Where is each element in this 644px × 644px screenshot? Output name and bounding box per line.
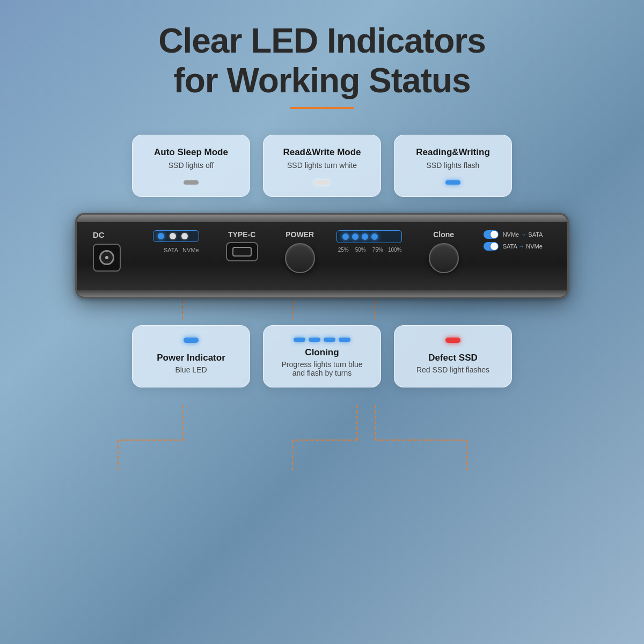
device: DC SATA — [75, 213, 569, 298]
dc-port-dot — [105, 256, 108, 259]
bottom-cards-container: Power Indicator Blue LED Cloning Progres… — [132, 325, 512, 387]
progress-led-100 — [371, 233, 378, 240]
defect-ssd-desc: Red SSD light flashes — [407, 365, 499, 374]
card-auto-sleep-desc: SSD lights off — [145, 161, 237, 170]
vent-5 — [284, 284, 289, 287]
clone-mode-1-text: NVMe → SATA — [503, 231, 543, 238]
sata-nvme-labels: SATA NVMe — [153, 247, 199, 253]
vent-11 — [323, 284, 327, 287]
vent-12 — [330, 284, 334, 287]
dc-port-inner — [99, 250, 114, 265]
vent-20 — [381, 284, 385, 287]
dc-port — [93, 244, 121, 272]
card-cloning: Cloning Progress lights turn blue and fl… — [263, 325, 381, 387]
toggle-knob-1 — [491, 231, 498, 238]
typec-inner — [232, 247, 252, 257]
device-bottom-edge — [77, 290, 567, 297]
vent-18 — [368, 284, 372, 287]
vent-9 — [310, 284, 314, 287]
vent-7 — [297, 284, 302, 287]
clone-led-2 — [309, 338, 320, 342]
dc-section: DC — [93, 230, 121, 272]
progress-led-25 — [342, 233, 349, 240]
defect-ssd-title: Defect SSD — [407, 353, 499, 363]
vent-3 — [272, 284, 276, 287]
card-read-write: Read&Write Mode SSD lights turn white — [263, 135, 381, 197]
title-section: Clear LED Indicators for Working Status — [148, 0, 496, 120]
dc-label: DC — [93, 230, 105, 239]
left-led-section: SATA NVMe — [153, 230, 199, 253]
clone-modes-section: NVMe → SATA SATA → NVMe — [484, 230, 543, 251]
card-reading-writing: Reading&Writing SSD lights flash — [394, 135, 512, 197]
clone-led-1 — [294, 338, 305, 342]
power-indicator-title: Power Indicator — [145, 353, 237, 363]
card-reading-writing-title: Reading&Writing — [407, 147, 499, 158]
card-reading-writing-desc: SSD lights flash — [407, 161, 499, 170]
card-auto-sleep-led — [184, 180, 199, 185]
cloning-title: Cloning — [276, 347, 368, 358]
card-auto-sleep: Auto Sleep Mode SSD lights off — [132, 135, 250, 197]
device-top-edge — [77, 215, 567, 222]
clone-led-3 — [324, 338, 335, 342]
clone-button[interactable] — [429, 243, 459, 273]
vent-16 — [355, 284, 360, 287]
card-defect-ssd: Defect SSD Red SSD light flashes — [394, 325, 512, 387]
typec-label: TYPE-C — [228, 230, 255, 239]
vent-8 — [304, 284, 308, 287]
progress-led-50 — [352, 233, 358, 240]
power-label: POWER — [286, 230, 314, 239]
nvme-label: NVMe — [182, 247, 199, 253]
power-indicator-desc: Blue LED — [145, 365, 237, 374]
vent-19 — [375, 284, 379, 287]
power-led-group — [153, 230, 199, 242]
ventilation — [77, 281, 567, 290]
progress-100: 100% — [388, 247, 402, 253]
progress-led-75 — [362, 233, 368, 240]
vent-14 — [342, 284, 347, 287]
progress-25: 25% — [336, 247, 350, 253]
vent-13 — [336, 284, 340, 287]
sata-label: SATA — [164, 247, 178, 253]
device-wrapper: DC SATA — [75, 213, 569, 298]
vent-10 — [317, 284, 321, 287]
title-underline — [290, 107, 354, 109]
vent-2 — [265, 284, 269, 287]
top-cards-container: Auto Sleep Mode SSD lights off Read&Writ… — [132, 135, 512, 197]
cloning-leds — [276, 338, 368, 342]
defect-ssd-led — [445, 338, 460, 343]
sata-led — [170, 233, 176, 239]
page-container: Clear LED Indicators for Working Status … — [0, 0, 644, 644]
card-read-write-desc: SSD lights turn white — [276, 161, 368, 170]
vent-17 — [362, 284, 366, 287]
cloning-desc: Progress lights turn blue and flash by t… — [276, 360, 368, 377]
power-led-blue — [158, 233, 164, 239]
clone-button-group: Clone — [429, 230, 459, 273]
power-indicator-led — [184, 338, 199, 343]
progress-leds — [336, 230, 402, 243]
toggle-knob-2 — [491, 243, 498, 250]
toggle-sata-nvme[interactable] — [484, 242, 499, 251]
power-button-group: POWER — [285, 230, 315, 273]
typec-section: TYPE-C — [226, 230, 258, 261]
vent-1 — [259, 284, 263, 287]
card-read-write-title: Read&Write Mode — [276, 147, 368, 158]
power-button[interactable] — [285, 243, 315, 273]
card-read-write-led — [314, 180, 330, 185]
progress-led-section: 25% 50% 75% 100% — [336, 230, 402, 253]
clone-mode-nvme-sata: NVMe → SATA — [484, 230, 543, 239]
clone-mode-sata-nvme: SATA → NVMe — [484, 242, 543, 251]
progress-75: 75% — [371, 247, 385, 253]
card-reading-writing-led — [445, 180, 460, 185]
progress-labels: 25% 50% 75% 100% — [336, 247, 402, 253]
nvme-led — [181, 233, 188, 239]
typec-port — [226, 242, 258, 261]
vent-4 — [278, 284, 282, 287]
main-title: Clear LED Indicators for Working Status — [158, 21, 486, 100]
vent-6 — [291, 284, 295, 287]
card-auto-sleep-title: Auto Sleep Mode — [145, 147, 237, 158]
clone-led-4 — [339, 338, 350, 342]
clone-mode-2-text: SATA → NVMe — [503, 243, 543, 250]
vent-15 — [349, 284, 353, 287]
device-body: DC SATA — [77, 222, 567, 281]
toggle-nvme-sata[interactable] — [484, 230, 499, 239]
